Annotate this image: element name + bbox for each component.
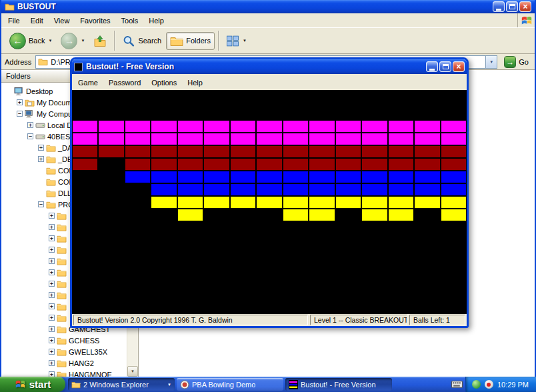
menu-help[interactable]: Help [143, 15, 169, 27]
game-menu-password[interactable]: Password [104, 77, 147, 89]
brick [414, 171, 440, 183]
tree-indent [4, 306, 47, 307]
expand-icon[interactable]: + [49, 258, 55, 264]
drive-icon [35, 121, 45, 130]
folder-icon [57, 257, 67, 266]
game-menu-game[interactable]: Game [73, 77, 104, 89]
brick [98, 145, 124, 158]
search-button[interactable]: Search [118, 32, 165, 50]
collapse-icon[interactable]: − [17, 111, 23, 117]
menu-edit[interactable]: Edit [25, 15, 49, 27]
tree-indent [4, 272, 47, 273]
brick [283, 145, 309, 158]
tree-indent [4, 193, 36, 193]
expand-icon[interactable]: + [49, 224, 55, 230]
back-dropdown-icon[interactable]: ▼ [48, 39, 52, 43]
expand-icon[interactable]: + [49, 281, 55, 287]
menu-file[interactable]: File [3, 15, 25, 27]
brick [203, 171, 229, 183]
address-label: Address [5, 58, 31, 66]
brick [98, 120, 124, 133]
forward-button[interactable]: → ▼ [57, 30, 89, 52]
menu-favorites[interactable]: Favorites [75, 15, 115, 27]
tray-icon-1[interactable] [472, 380, 481, 389]
brick [256, 120, 282, 133]
expand-icon[interactable]: + [38, 156, 44, 162]
expand-icon[interactable]: + [17, 99, 23, 105]
close-button[interactable]: × [519, 1, 531, 12]
expand-icon[interactable]: + [49, 213, 55, 219]
brick [125, 145, 151, 158]
views-button[interactable]: ▼ [222, 32, 251, 50]
brick [283, 120, 309, 133]
brick [151, 171, 177, 183]
views-dropdown-icon[interactable]: ▼ [243, 39, 247, 43]
tree-item-gchess[interactable]: +GCHESS [4, 335, 127, 346]
expand-icon[interactable]: + [49, 247, 55, 253]
menu-tools[interactable]: Tools [116, 15, 144, 27]
expand-icon[interactable]: + [27, 122, 33, 128]
folders-icon [170, 35, 183, 47]
brick [230, 158, 256, 171]
brick [441, 145, 467, 158]
restore-button[interactable] [506, 1, 518, 12]
taskbar-button-pba-bowling-demo[interactable]: PBA Bowling Demo [177, 378, 283, 391]
expand-icon[interactable]: + [49, 303, 55, 309]
expand-icon[interactable]: + [49, 326, 55, 332]
tree-indent [4, 329, 47, 329]
tree-indent [4, 181, 36, 182]
bustout-window-icon [74, 63, 83, 71]
tray-icon-2[interactable] [485, 380, 493, 389]
game-minimize-button[interactable] [426, 61, 438, 72]
game-menubar: GamePasswordOptionsHelp [72, 74, 467, 90]
expand-icon[interactable]: + [49, 292, 55, 298]
brick [283, 171, 309, 183]
expand-icon[interactable]: + [49, 360, 55, 366]
tree-indent [4, 147, 36, 148]
brick [361, 133, 387, 145]
go-button[interactable]: → Go [501, 56, 531, 68]
forward-dropdown-icon[interactable]: ▼ [81, 39, 85, 43]
collapse-icon[interactable]: − [38, 201, 44, 207]
scroll-down-button[interactable]: ▼ [127, 366, 138, 377]
expand-icon[interactable]: + [49, 235, 55, 241]
brick [361, 209, 387, 221]
keyboard-icon[interactable] [449, 377, 465, 392]
brick [388, 171, 414, 183]
tree-item-hang2[interactable]: +HANG2 [4, 357, 127, 369]
brick [309, 196, 335, 209]
brick [72, 145, 98, 158]
brick [256, 133, 282, 145]
collapse-icon[interactable]: − [27, 133, 33, 139]
address-dropdown-icon[interactable]: ▼ [485, 56, 497, 68]
brick [309, 183, 335, 196]
tree-indent [4, 170, 36, 171]
expand-icon[interactable]: + [38, 145, 44, 151]
game-menu-help[interactable]: Help [183, 77, 209, 89]
folder-icon [46, 177, 56, 187]
brick [414, 183, 440, 196]
brick [230, 120, 256, 133]
folders-button[interactable]: Folders [166, 32, 215, 50]
expand-icon[interactable]: + [49, 269, 55, 275]
up-button[interactable] [89, 32, 111, 50]
game-canvas[interactable] [72, 90, 467, 314]
game-menu-options[interactable]: Options [147, 77, 183, 89]
brick [125, 133, 151, 145]
expand-icon[interactable]: + [49, 371, 55, 377]
tree-item-gwell35x[interactable]: +GWELL35X [4, 346, 127, 357]
menu-view[interactable]: View [49, 15, 75, 27]
expand-icon[interactable]: + [49, 315, 55, 321]
expand-icon[interactable]: + [49, 349, 55, 355]
minimize-button[interactable] [493, 1, 505, 12]
game-close-button[interactable]: × [453, 61, 465, 72]
start-button[interactable]: start [0, 377, 65, 392]
game-titlebar[interactable]: Bustout! - Free Version × [72, 59, 467, 74]
back-button[interactable]: ← Back ▼ [5, 30, 56, 52]
expand-icon[interactable]: + [49, 337, 55, 343]
game-maximize-button[interactable] [439, 61, 451, 72]
taskbar-button-2-windows-explorer[interactable]: 2 Windows Explorer▼ [68, 378, 175, 391]
taskbar-button-bustout-free-version[interactable]: Bustout! - Free Version [285, 378, 392, 391]
explorer-titlebar[interactable]: BUSTOUT × [1, 0, 535, 13]
tree-item-hangmnoe[interactable]: +HANGMNOE [4, 369, 127, 377]
